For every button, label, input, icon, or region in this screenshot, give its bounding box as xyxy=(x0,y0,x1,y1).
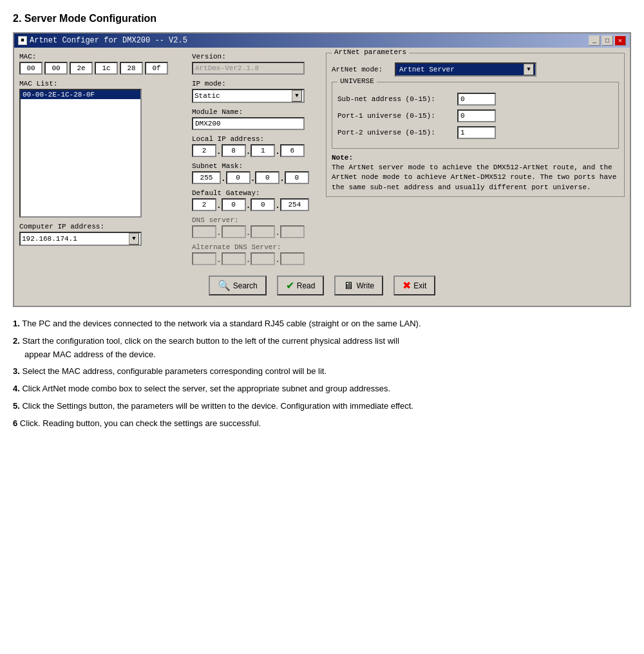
write-button[interactable]: 🖥 Write xyxy=(334,276,383,295)
title-bar: ■ Artnet Configer for DMX200 -- V2.5 _ □… xyxy=(14,33,630,48)
local-ip-octet-4[interactable]: 6 xyxy=(280,144,305,157)
gw-octet-3[interactable]: 0 xyxy=(251,198,275,211)
mac-list-box[interactable]: 00-00-2E-1C-28-0F xyxy=(19,89,142,218)
alt-dns-group: Alternate DNS Server: . . . xyxy=(192,243,321,265)
mac-list-label: MAC List: xyxy=(19,80,187,88)
universe-label: UNIVERSE xyxy=(337,77,377,85)
subnet-octet-2[interactable]: 0 xyxy=(226,171,251,184)
title-icon: ■ xyxy=(18,36,27,45)
ip-dot-3: . xyxy=(276,146,279,156)
close-button[interactable]: ✕ xyxy=(614,35,626,46)
port1-universe-input[interactable]: 0 xyxy=(457,109,496,122)
gw-octet-2[interactable]: 0 xyxy=(222,198,246,211)
subnet-octet-4[interactable]: 0 xyxy=(285,171,309,184)
mac-address-boxes: 00 00 2e 1c 28 0f xyxy=(19,62,187,75)
button-bar: 🔍 Search ✔ Read 🖥 Write ✖ Exit xyxy=(19,270,625,301)
computer-ip-select[interactable]: 192.168.174.1 ▼ xyxy=(19,232,142,246)
mac-list-item[interactable]: 00-00-2E-1C-28-0F xyxy=(21,90,140,99)
ip-mode-arrow[interactable]: ▼ xyxy=(292,90,302,102)
gw-octet-4[interactable]: 254 xyxy=(280,198,309,211)
gw-octet-1[interactable]: 2 xyxy=(192,198,216,211)
mac-octet-6[interactable]: 0f xyxy=(145,62,168,75)
write-icon: 🖥 xyxy=(343,280,354,292)
write-label: Write xyxy=(356,281,374,290)
search-button[interactable]: 🔍 Search xyxy=(209,276,267,295)
instruction-1: 1. The PC and the devices connected to t… xyxy=(13,317,631,331)
port2-universe-label: Port-2 universe (0-15): xyxy=(337,129,453,136)
instruction-4: 4. Click ArtNet mode combo box to select… xyxy=(13,382,631,396)
local-ip-octet-2[interactable]: 8 xyxy=(222,144,246,157)
local-ip-label: Local IP address: xyxy=(192,135,321,143)
artnet-mode-value: Artnet Server xyxy=(397,66,455,73)
gw-dot-3: . xyxy=(276,200,279,210)
alt-dns-octet-4 xyxy=(280,252,305,265)
version-label: Version: xyxy=(192,53,321,61)
note-section: Note: The ArtNet server mode to achieve … xyxy=(332,154,619,192)
minimize-button[interactable]: _ xyxy=(589,35,600,46)
artnet-params-label: ArtNet parameters xyxy=(332,48,409,56)
mac-octet-1[interactable]: 00 xyxy=(19,62,43,75)
artnet-mode-dropdown[interactable]: Artnet Server ▼ xyxy=(395,62,536,77)
module-name-input[interactable]: DMX200 xyxy=(192,117,305,130)
left-panel: MAC: 00 00 2e 1c 28 0f MAC List: 00-00-2… xyxy=(19,53,187,270)
local-ip-octet-3[interactable]: 1 xyxy=(251,144,275,157)
search-icon: 🔍 xyxy=(218,279,231,292)
dns-octet-1 xyxy=(192,225,216,238)
default-gw-row: 2 . 0 . 0 . 254 xyxy=(192,198,321,211)
artnet-mode-arrow[interactable]: ▼ xyxy=(524,64,534,75)
mac-label: MAC: xyxy=(19,53,187,61)
ip-mode-label: IP mode: xyxy=(192,80,321,88)
mac-octet-5[interactable]: 28 xyxy=(120,62,143,75)
version-input: ArtDmx-Ver2.1.8 xyxy=(192,62,305,75)
mac-octet-3[interactable]: 2e xyxy=(70,62,93,75)
exit-label: Exit xyxy=(413,281,426,290)
computer-ip-value: 192.168.174.1 xyxy=(22,235,77,243)
right-panel: ArtNet parameters ArtNet mode: Artnet Se… xyxy=(326,53,625,270)
instruction-6: 6 Click. Reading button, you can check t… xyxy=(13,417,631,431)
port2-universe-row: Port-2 universe (0-15): 1 xyxy=(337,126,613,139)
maximize-button[interactable]: □ xyxy=(601,35,613,46)
subnet-octet-1[interactable]: 255 xyxy=(192,171,221,184)
dns-row: . . . xyxy=(192,225,321,238)
instruction-3: 3. Select the MAC address, configurable … xyxy=(13,365,631,378)
exit-button[interactable]: ✖ Exit xyxy=(393,276,435,295)
local-ip-octet-1[interactable]: 2 xyxy=(192,144,216,157)
subnet-dot-2: . xyxy=(252,173,254,183)
subnet-dot-1: . xyxy=(222,173,225,183)
alt-dns-octet-1 xyxy=(192,252,216,265)
dns-octet-4 xyxy=(280,225,305,238)
alt-dns-row: . . . xyxy=(192,252,321,265)
instruction-5: 5. Click the Settings button, the parame… xyxy=(13,400,631,413)
subnet-dot-3: . xyxy=(281,173,283,183)
subnet-octet-3[interactable]: 0 xyxy=(255,171,279,184)
ip-mode-dropdown[interactable]: Static ▼ xyxy=(192,89,305,103)
dns-group: DNS server: . . . xyxy=(192,216,321,238)
mac-octet-4[interactable]: 1c xyxy=(95,62,118,75)
mac-octet-2[interactable]: 00 xyxy=(44,62,68,75)
subnet-mask-row: 255 . 0 . 0 . 0 xyxy=(192,171,321,184)
instruction-2: 2. Start the configuration tool, click o… xyxy=(13,335,631,362)
subnet-address-row: Sub-net address (0-15): 0 xyxy=(337,93,613,106)
application-window: ■ Artnet Configer for DMX200 -- V2.5 _ □… xyxy=(13,32,631,307)
note-label: Note: xyxy=(332,154,619,162)
default-gw-label: Default Gateway: xyxy=(192,189,321,197)
window-controls: _ □ ✕ xyxy=(589,35,626,46)
dns-label: DNS server: xyxy=(192,216,321,224)
subnet-address-label: Sub-net address (0-15): xyxy=(337,95,453,103)
alt-dns-octet-2 xyxy=(222,252,246,265)
exit-icon: ✖ xyxy=(402,279,411,292)
artnet-mode-row: ArtNet mode: Artnet Server ▼ xyxy=(332,62,619,77)
middle-panel: Version: ArtDmx-Ver2.1.8 IP mode: Static… xyxy=(192,53,321,270)
port1-universe-row: Port-1 universe (0-15): 0 xyxy=(337,109,613,122)
port1-universe-label: Port-1 universe (0-15): xyxy=(337,112,453,120)
artnet-mode-label: ArtNet mode: xyxy=(332,66,390,73)
computer-ip-label: Computer IP address: xyxy=(19,223,187,230)
window-title: Artnet Configer for DMX200 -- V2.5 xyxy=(30,36,187,45)
read-button[interactable]: ✔ Read xyxy=(277,276,325,295)
port2-universe-input[interactable]: 1 xyxy=(457,126,496,139)
gw-dot-1: . xyxy=(218,200,220,210)
read-label: Read xyxy=(297,281,316,290)
dns-octet-2 xyxy=(222,225,246,238)
subnet-address-input[interactable]: 0 xyxy=(457,93,496,106)
computer-ip-dropdown-arrow[interactable]: ▼ xyxy=(129,233,139,245)
